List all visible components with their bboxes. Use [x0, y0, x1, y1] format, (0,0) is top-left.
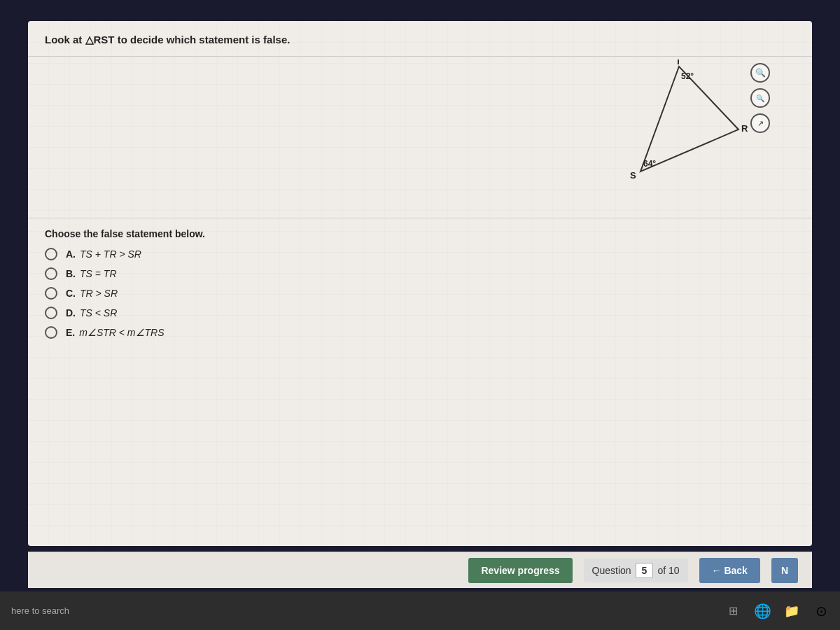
- diagram-container: T S R 52° 64°: [620, 59, 752, 202]
- radio-A[interactable]: [45, 248, 57, 260]
- vertex-T: T: [676, 59, 681, 66]
- angle-T-label: 52°: [681, 71, 694, 81]
- next-button[interactable]: N: [771, 558, 798, 583]
- choice-A-label: A.: [66, 248, 76, 260]
- taskbar-edge-button[interactable]: 🌐: [749, 598, 776, 624]
- choice-E-text: m∠STR < m∠TRS: [79, 327, 164, 338]
- choice-D[interactable]: D. TS < SR: [45, 307, 795, 319]
- edge-icon: 🌐: [754, 603, 771, 620]
- radio-B[interactable]: [45, 267, 57, 280]
- vertex-R: R: [741, 123, 748, 134]
- choice-C-label: C.: [66, 288, 76, 299]
- answer-section-title: Choose the false statement below.: [45, 228, 795, 239]
- back-label: ← Back: [712, 565, 748, 576]
- choice-B-text: TS = TR: [80, 268, 117, 279]
- angle-S-label: 64°: [643, 159, 656, 169]
- quiz-panel: Look at △RST to decide which statement i…: [28, 21, 812, 546]
- choice-E-label: E.: [66, 327, 75, 338]
- zoom-out-icon: 🔍: [756, 94, 764, 102]
- zoom-out-button[interactable]: 🔍: [750, 88, 770, 108]
- question-label: Question: [592, 565, 631, 576]
- bottom-nav: Review progress Question 5 of 10 ← Back …: [28, 552, 812, 588]
- taskbar-search-text: here to search: [6, 606, 717, 616]
- choice-D-label: D.: [66, 307, 76, 318]
- taskbar-chrome-button[interactable]: ⊙: [808, 598, 834, 624]
- question-counter: Question 5 of 10: [584, 559, 688, 582]
- zoom-in-icon: 🔍: [755, 68, 766, 78]
- choice-A[interactable]: A. TS + TR > SR: [45, 248, 795, 260]
- chrome-icon: ⊙: [816, 603, 827, 620]
- of-label: of 10: [657, 565, 679, 576]
- external-link-button[interactable]: ↗: [750, 113, 770, 133]
- choice-B[interactable]: B. TS = TR: [45, 267, 795, 280]
- choice-C-text: TR > SR: [80, 288, 118, 299]
- triangle-svg: T S R 52° 64°: [620, 59, 752, 200]
- external-link-icon: ↗: [757, 119, 764, 128]
- instruction-text: Look at △RST to decide which statement i…: [45, 34, 290, 46]
- file-icon: 📁: [784, 603, 799, 619]
- radio-D[interactable]: [45, 307, 57, 319]
- answer-section: Choose the false statement below. A. TS …: [28, 218, 812, 356]
- question-instruction: Look at △RST to decide which statement i…: [28, 21, 812, 57]
- choice-C[interactable]: C. TR > SR: [45, 287, 795, 300]
- choice-B-label: B.: [66, 268, 76, 279]
- question-number: 5: [636, 563, 654, 578]
- zoom-in-button[interactable]: 🔍: [750, 63, 770, 83]
- diagram-tools: 🔍 🔍 ↗: [750, 63, 770, 133]
- next-label: N: [781, 565, 788, 576]
- taskbar-file-button[interactable]: 📁: [778, 598, 805, 624]
- choice-D-text: TS < SR: [80, 307, 117, 318]
- radio-E[interactable]: [45, 326, 57, 339]
- choice-E[interactable]: E. m∠STR < m∠TRS: [45, 326, 795, 339]
- svg-marker-0: [640, 66, 738, 172]
- start-icon: ⊞: [729, 604, 738, 617]
- taskbar: here to search ⊞ 🌐 📁 ⊙: [0, 592, 840, 630]
- review-progress-button[interactable]: Review progress: [468, 558, 572, 583]
- vertex-S: S: [630, 170, 636, 181]
- radio-C[interactable]: [45, 287, 57, 300]
- taskbar-start-button[interactable]: ⊞: [720, 598, 746, 624]
- back-button[interactable]: ← Back: [699, 558, 760, 583]
- choice-A-text: TS + TR > SR: [80, 248, 141, 260]
